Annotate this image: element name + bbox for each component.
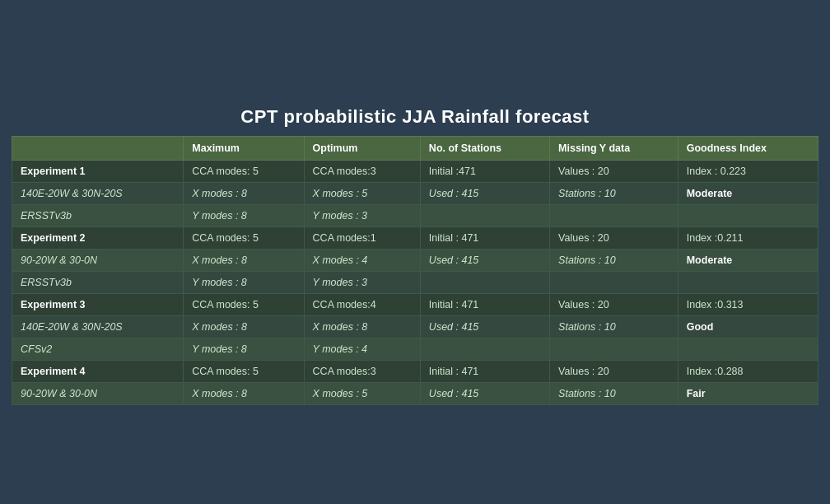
table-cell: Used : 415	[420, 315, 549, 338]
table-cell: Initial : 471	[420, 226, 549, 249]
table-cell: CCA modes:3	[304, 160, 420, 182]
table-cell: Stations : 10	[550, 249, 678, 271]
table-row: 90-20W & 30-0NX modes : 8X modes : 4Used…	[12, 249, 818, 271]
table-cell	[678, 338, 818, 360]
table-cell: Values : 20	[550, 226, 678, 249]
table-cell: X modes : 8	[184, 249, 304, 271]
table-cell: Stations : 10	[550, 315, 678, 338]
table-cell: Index :0.288	[678, 360, 818, 382]
table-cell: Index :0.313	[678, 293, 818, 315]
table-cell: 90-20W & 30-0N	[12, 382, 184, 404]
table-cell: ERSSTv3b	[12, 204, 184, 226]
table-cell: X modes : 8	[184, 315, 304, 338]
table-row: ERSSTv3bY modes : 8Y modes : 3	[12, 271, 818, 293]
table-cell	[550, 204, 678, 226]
table-cell: Stations : 10	[550, 182, 678, 204]
table-row: ERSSTv3bY modes : 8Y modes : 3	[12, 204, 818, 226]
table-cell: Fair	[678, 382, 818, 404]
table-cell	[678, 204, 818, 226]
table-row: Experiment 4CCA modes: 5CCA modes:3Initi…	[12, 360, 818, 382]
table-cell: Experiment 2	[12, 226, 184, 249]
table-cell: Y modes : 8	[184, 271, 304, 293]
table-row: Experiment 2CCA modes: 5CCA modes:1Initi…	[12, 226, 818, 249]
table-cell: Values : 20	[550, 293, 678, 315]
table-cell: X modes : 5	[304, 382, 420, 404]
table-cell: X modes : 8	[184, 182, 304, 204]
table-cell: CCA modes:1	[304, 226, 420, 249]
table-cell: X modes : 8	[304, 315, 420, 338]
table-cell: CCA modes: 5	[184, 360, 304, 382]
main-container: CPT probabilistic JJA Rainfall forecast …	[12, 100, 818, 405]
table-cell: Values : 20	[550, 160, 678, 182]
page-title: CPT probabilistic JJA Rainfall forecast	[12, 100, 818, 136]
table-cell	[420, 338, 549, 360]
header-cell-4: Missing Y data	[550, 136, 678, 160]
table-cell: Y modes : 4	[304, 338, 420, 360]
table-cell: Y modes : 3	[304, 271, 420, 293]
table-cell: Good	[678, 315, 818, 338]
table-cell: CCA modes:4	[304, 293, 420, 315]
table-cell: Experiment 4	[12, 360, 184, 382]
table-cell	[550, 338, 678, 360]
table-cell: Used : 415	[420, 249, 549, 271]
table-cell: CCA modes:3	[304, 360, 420, 382]
table-cell: Initial : 471	[420, 293, 549, 315]
table-cell: Y modes : 8	[184, 338, 304, 360]
header-cell-2: Optimum	[304, 136, 420, 160]
table-cell	[678, 271, 818, 293]
table-cell: Experiment 1	[12, 160, 184, 182]
table-cell: Moderate	[678, 249, 818, 271]
table-row: 140E-20W & 30N-20SX modes : 8X modes : 5…	[12, 182, 818, 204]
table-cell: Used : 415	[420, 182, 549, 204]
table-cell: Values : 20	[550, 360, 678, 382]
table-cell: Initial :471	[420, 160, 549, 182]
table-cell: ERSSTv3b	[12, 271, 184, 293]
header-cell-0	[12, 136, 184, 160]
table-cell: CFSv2	[12, 338, 184, 360]
table-cell: Y modes : 8	[184, 204, 304, 226]
table-cell: Index :0.211	[678, 226, 818, 249]
table-cell: CCA modes: 5	[184, 226, 304, 249]
table-row: Experiment 1CCA modes: 5CCA modes:3Initi…	[12, 160, 818, 182]
header-cell-3: No. of Stations	[420, 136, 549, 160]
table-cell: X modes : 4	[304, 249, 420, 271]
table-cell: CCA modes: 5	[184, 293, 304, 315]
header-cell-5: Goodness Index	[678, 136, 818, 160]
table-cell: CCA modes: 5	[184, 160, 304, 182]
data-table: MaximumOptimumNo. of StationsMissing Y d…	[12, 136, 818, 405]
table-cell: 140E-20W & 30N-20S	[12, 315, 184, 338]
table-cell: 90-20W & 30-0N	[12, 249, 184, 271]
table-row: Experiment 3CCA modes: 5CCA modes:4Initi…	[12, 293, 818, 315]
table-cell: Initial : 471	[420, 360, 549, 382]
table-cell	[550, 271, 678, 293]
table-row: 90-20W & 30-0NX modes : 8X modes : 5Used…	[12, 382, 818, 404]
header-cell-1: Maximum	[184, 136, 304, 160]
table-cell: Moderate	[678, 182, 818, 204]
table-header-row: MaximumOptimumNo. of StationsMissing Y d…	[12, 136, 818, 160]
table-row: CFSv2Y modes : 8Y modes : 4	[12, 338, 818, 360]
table-cell	[420, 271, 549, 293]
table-cell: Experiment 3	[12, 293, 184, 315]
table-cell: Used : 415	[420, 382, 549, 404]
table-cell: 140E-20W & 30N-20S	[12, 182, 184, 204]
table-cell: Index : 0.223	[678, 160, 818, 182]
table-cell: Y modes : 3	[304, 204, 420, 226]
table-cell: X modes : 5	[304, 182, 420, 204]
table-cell: X modes : 8	[184, 382, 304, 404]
table-cell: Stations : 10	[550, 382, 678, 404]
table-cell	[420, 204, 549, 226]
table-row: 140E-20W & 30N-20SX modes : 8X modes : 8…	[12, 315, 818, 338]
